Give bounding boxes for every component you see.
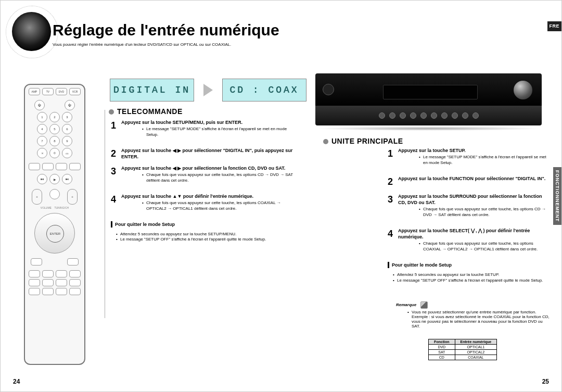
instruction-step: 2Appuyez sur la touche ◀ ▶ pour sélectio… [111, 147, 296, 160]
remote-num-6: 6 [62, 124, 72, 134]
unit-btn [420, 112, 427, 119]
remote-r1 [29, 270, 40, 277]
remote-vol-rocker: ＋ [32, 189, 42, 205]
exit-setup-heading: Pour quitter le mode Setup [111, 221, 296, 227]
remote-src-vcr: VCR [69, 88, 81, 95]
step-main-text: Appuyez sur la touche SETUP. [398, 147, 549, 154]
lcd-display-2: CD : COAX [222, 79, 306, 102]
remote-num-4: 4 [37, 124, 47, 134]
remote-mode-3 [56, 163, 67, 170]
remote-r9 [29, 288, 40, 295]
bullet-icon [109, 109, 114, 115]
unit-btn [452, 112, 458, 119]
speaker-icon [12, 12, 51, 51]
step-number: 3 [388, 193, 398, 222]
remote-enter-button: ENTER [46, 225, 64, 243]
remote-play-icon: ▶ [49, 174, 60, 184]
page-number-right: 25 [542, 378, 549, 385]
remote-num-5: 5 [49, 124, 60, 134]
step-main-text: Appuyez sur la touche SELECT( ⋁ , ⋀ ) po… [398, 227, 549, 240]
unit-btn [462, 112, 468, 119]
remote-num-9: 9 [62, 136, 72, 146]
instruction-step: 1Appuyez sur la touche SETUP/MENU, puis … [111, 119, 296, 142]
remote-src-dvd: DVD [56, 88, 67, 95]
step-number: 4 [111, 193, 121, 216]
unit-btn [410, 112, 416, 119]
bullet-icon [323, 139, 328, 144]
step-main-text: Appuyez sur la touche FUNCTION pour séle… [398, 175, 549, 182]
exit-setup-text: Le message "SETUP OFF" s'affiche à l'écr… [393, 278, 549, 284]
unit-volume-knob [514, 81, 532, 99]
remote-r2 [42, 270, 54, 277]
step-number: 1 [388, 147, 398, 170]
instruction-step: 2Appuyez sur la touche FUNCTION pour sél… [388, 175, 549, 188]
unit-display [383, 85, 478, 99]
remote-mode-4 [69, 163, 81, 170]
instruction-step: 3Appuyez sur la touche ◀ ▶ pour sélectio… [111, 165, 296, 188]
telecommande-heading: TELECOMMANDE [109, 107, 183, 116]
remote-r11 [56, 288, 67, 295]
remote-num-8: 8 [49, 136, 60, 146]
page-subtitle: Vous pouvez régler l'entrée numérique d'… [53, 42, 417, 47]
remote-num-3: 3 [62, 112, 72, 122]
remark-note: Remarque Vous ne pouvez sélectionner qu'… [396, 301, 552, 328]
divider-vertical [105, 110, 105, 318]
remote-r3 [56, 270, 67, 277]
exit-setup-text: Attendez 5 secondes ou appuyez sur la to… [116, 232, 296, 237]
unit-btn [431, 112, 437, 119]
step-number: 4 [388, 227, 398, 257]
unit-btn [379, 112, 385, 119]
remark-label: Remarque [396, 302, 416, 307]
instruction-step: 1Appuyez sur la touche SETUP.Le message … [388, 147, 549, 170]
unit-shadow [315, 127, 542, 131]
step-number: 2 [388, 175, 398, 188]
step-sub-text: Chaque fois que vous appuyez sur cette t… [142, 172, 296, 184]
remote-info-btn [31, 258, 42, 265]
remote-r7 [56, 279, 67, 286]
remote-mode-2 [42, 163, 54, 170]
unit-power-icon [323, 84, 334, 95]
table-row: DVDOPTICAL1 [429, 345, 497, 350]
remote-input-icon: ▭ [62, 148, 72, 158]
lcd-display-1: DIGITAL IN [110, 79, 194, 102]
step-main-text: Appuyez sur la touche ◀ ▶ pour sélection… [121, 147, 296, 160]
remote-prev-icon: ⏮ [37, 174, 47, 184]
unit-btn [441, 112, 448, 119]
unit-btn [472, 112, 479, 119]
remote-src-amp: AMP [29, 88, 40, 95]
instruction-step: 4Appuyez sur la touche ▲▼ pour définir l… [111, 193, 296, 216]
remote-mute-icon: ⨯ [37, 148, 47, 158]
instruction-step: 3Appuyez sur la touche SURROUND pour sél… [388, 193, 549, 222]
instruction-step: 4Appuyez sur la touche SELECT( ⋁ , ⋀ ) p… [388, 227, 549, 257]
unite-heading: UNITE PRINCIPALE [323, 137, 403, 145]
remote-r12 [69, 288, 81, 295]
language-tab: FRE [547, 21, 562, 31]
step-sub-text: Chaque fois que vous appuyez sur cette t… [419, 207, 549, 218]
receiver-illustration [315, 73, 542, 131]
step-main-text: Appuyez sur la touche ▲▼ pour définir l'… [121, 193, 296, 199]
step-main-text: Appuyez sur la touche SURROUND pour séle… [398, 193, 549, 206]
telecommande-steps: 1Appuyez sur la touche SETUP/MENU, puis … [111, 119, 296, 247]
step-number: 1 [111, 119, 121, 142]
remote-center-btn [49, 189, 60, 199]
remote-illustration: AMPTVDVDVCR ⏻⏻ 123 456 789 ⨯0▭ ⏮▶⏭ ＋ ＋ V… [24, 84, 85, 365]
remote-dpad: ENTER [34, 213, 75, 254]
remote-next-icon: ⏭ [62, 174, 72, 184]
exit-setup-text: Attendez 5 secondes ou appuyez sur la to… [393, 272, 549, 278]
table-row: SATOPTICAL2 [429, 350, 497, 355]
remote-num-7: 7 [37, 136, 47, 146]
remote-src-tv: TV [42, 88, 54, 95]
function-input-table: FonctionEntrée numérique DVDOPTICAL1 SAT… [428, 339, 497, 360]
remote-mode-1 [29, 163, 40, 170]
table-row: CDCOAXIAL [429, 355, 497, 360]
remote-tuner-btn [67, 258, 79, 265]
step-sub-text: Chaque fois que vous appuyez sur cette t… [142, 200, 296, 212]
unit-btn [389, 112, 395, 119]
arrow-right-icon [203, 84, 213, 96]
step-sub-text: Chaque fois que vous appuyez sur cette t… [419, 241, 549, 252]
step-number: 2 [111, 147, 121, 160]
remote-num-2: 2 [49, 112, 60, 122]
step-main-text: Appuyez sur la touche SETUP/MENU, puis s… [121, 119, 296, 125]
section-side-tab: FONCTIONNEMENT [553, 167, 561, 225]
table-header-function: Fonction [429, 339, 455, 345]
